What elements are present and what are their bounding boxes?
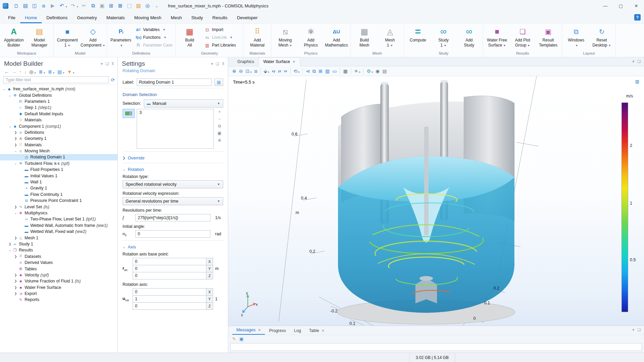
tree-expander-icon[interactable]: ⌄ [13,162,18,165]
chevron-down-icon[interactable]: ▼ [65,5,68,8]
tree-expander-icon[interactable]: ❯ [13,143,18,147]
maximize-button[interactable]: ▢ [613,0,629,11]
print-icon[interactable]: ▤ [381,68,388,74]
rotation-axis-y-input[interactable]: 1 [133,295,206,303]
float-panel-icon[interactable]: ❏ [637,328,641,332]
base-point-y-input[interactable]: 0 [133,265,206,272]
chevron-down-icon[interactable]: ▼ [72,71,75,74]
select-icon[interactable]: ⬚ [125,1,134,10]
tree-node-velocity[interactable]: ❯■Velocity(spf) [0,272,117,278]
panel-menu-icon[interactable]: ▾ [101,62,103,66]
windows-button[interactable]: ⧉Windows▼ [563,25,589,50]
ribbon-tab-mesh[interactable]: Mesh [166,12,187,23]
panel-menu-icon[interactable]: ▾ [633,328,635,332]
tree-node-gravity-1[interactable]: ≈Gravity 1 [0,185,117,191]
selection-dropdown[interactable]: ▬ Manual ▼ [144,99,223,108]
tab-graphics[interactable]: Graphics [233,58,259,66]
tree-node-results[interactable]: ⌄❐Results [0,247,117,253]
tree-node-study-1[interactable]: ❯∞Study 1 [0,241,117,247]
tree-expander-icon[interactable]: ⌄ [8,125,12,128]
split-view-icon[interactable]: ⧉ [311,68,317,75]
run-icon[interactable]: ▶ [48,1,57,10]
compute-button[interactable]: =Compute [405,25,431,50]
snapshot-icon[interactable]: ◉ [374,68,381,74]
move-up-icon[interactable]: ↑ [18,69,23,75]
zoom-out-icon[interactable]: ⊖ [238,68,244,74]
chevron-down-icon[interactable]: ▼ [267,71,270,74]
rotation-axis-z-input[interactable]: 0 [133,302,206,310]
tree-expander-icon[interactable]: ❯ [13,292,18,295]
tree-node-wall-1[interactable]: ▬Wall 1 [0,179,117,185]
zoom-in-icon[interactable]: ⊕ [231,68,238,74]
tree-node-default-model-inputs[interactable]: ◆Default Model Inputs [0,111,117,117]
ribbon-tab-results[interactable]: Results [208,12,232,23]
water-free-surface-button[interactable]: ■Water FreeSurface▼ [484,25,510,50]
tree-node-mesh-1[interactable]: ❯◬Mesh 1 [0,235,117,241]
ribbon-tab-file[interactable]: File [3,12,20,23]
application-builder-button[interactable]: AApplicationBuilder [1,25,27,50]
tree-node-parameters-1[interactable]: PᵢParameters 1 [0,98,117,104]
tree-node-global-definitions[interactable]: ⌄⊕Global Definitions [0,92,117,98]
tab-progress[interactable]: Progress [265,327,290,335]
base-point-x-input[interactable]: 0 [133,258,206,265]
copy-icon[interactable]: ⧉ [89,1,98,10]
image-icon[interactable]: ▭ [331,68,338,74]
new-icon[interactable]: 🗋 [12,1,21,10]
tree-expander-icon[interactable]: ⌄ [13,149,18,153]
tree-expander-icon[interactable]: ⌄ [8,94,12,97]
add-physics-button[interactable]: ⚛AddPhysics [298,25,324,50]
chevron-down-icon[interactable]: ▼ [76,5,79,8]
plot-data-icon[interactable]: ▥ [324,68,331,74]
ribbon-tab-home[interactable]: Home [20,12,42,23]
close-button[interactable]: ✕ [629,0,644,11]
tree-expander-icon[interactable]: ❯ [13,137,18,140]
override-section-header[interactable]: ❯ Override [123,155,223,160]
rotation-type-dropdown[interactable]: Specified rotational velocity ▼ [123,180,223,188]
rotation-section-header[interactable]: ⌄ Rotation [123,167,223,172]
brush-icon[interactable]: ✎ [232,336,236,341]
duplicate-icon[interactable]: ⊞ [107,1,116,10]
move-down-icon[interactable]: ↓ [23,69,28,75]
tree-expander-icon[interactable]: ❯ [13,131,18,134]
tree-node-initial-values-1[interactable]: ▬Initial Values 1 [0,173,117,179]
add-component-button[interactable]: ◇AddComponent▼ [80,25,106,50]
tree-node-pressure-point-constraint-1[interactable]: ⊟Pressure Point Constraint 1 [0,198,117,204]
close-icon[interactable]: ✕ [258,328,261,332]
cut-icon[interactable]: ✂ [79,1,89,10]
remove-selection-icon[interactable]: − [218,117,221,121]
view-zx-icon[interactable]: zx [282,69,289,73]
reset-desktop-button[interactable]: ↻ResetDesktop▼ [589,25,614,50]
axis-section-header[interactable]: ⌄ Axis [123,244,223,249]
tree-node-geometry-1[interactable]: ❯AGeometry 1 [0,135,117,142]
paste-selection-icon[interactable]: ▣ [217,131,221,135]
tab-water-surface[interactable]: Water Surface✕ [259,57,300,66]
panel-menu-icon[interactable]: ▾ [633,59,635,64]
variables-button[interactable]: a=Variables▼ [136,27,172,33]
float-panel-icon[interactable]: ❏ [637,59,641,64]
tree-node-rotating-domain-1[interactable]: ◷Rotating Domain 1 [0,154,117,160]
view-yz-icon[interactable]: yz [277,69,283,73]
rotation-axis-x-input[interactable]: 0 [133,288,206,296]
mesh-1-button[interactable]: ◬Mesh1▼ [377,25,403,50]
chevron-down-icon[interactable]: ▼ [53,71,55,74]
component-1-button[interactable]: ■Component1▼ [55,25,80,50]
tab-messages[interactable]: Messages✕ [232,326,265,335]
ribbon-tab-developer[interactable]: Developer [232,12,263,23]
tree-node-fluid-properties-1[interactable]: ▬Fluid Properties 1 [0,167,117,173]
initial-angle-input[interactable]: 0 [135,230,210,238]
chevron-down-icon[interactable]: ▼ [43,71,46,74]
open-icon[interactable]: ▤ [21,1,30,10]
tree-node-wetted-wall-automatic-from-frame[interactable]: ▬Wetted Wall, Automatic from frame(ww1) [0,222,117,229]
minimize-button[interactable]: — [598,0,613,11]
tree-node-water-free-surface[interactable]: ❯■Water Free Surface [0,284,117,291]
table-surface-icon[interactable]: ⊞ [317,68,324,74]
lock-icon[interactable]: ▩ [342,68,349,74]
add-material-button[interactable]: ⠿AddMaterial [244,25,270,50]
tab-table[interactable]: Table✕ [305,327,329,335]
build-all-button[interactable]: ▦BuildAll [177,25,202,50]
tree-node-component-1[interactable]: ⌄■Component 1(comp1) [0,123,117,129]
tree-node-step-1[interactable]: ⌐Step 1(step1) [0,104,117,111]
pin-panel-icon[interactable]: ⊼ [222,62,225,66]
sound-icon[interactable]: ⊲ [304,68,311,74]
tree-filter-input[interactable]: Type filter text [3,76,109,83]
